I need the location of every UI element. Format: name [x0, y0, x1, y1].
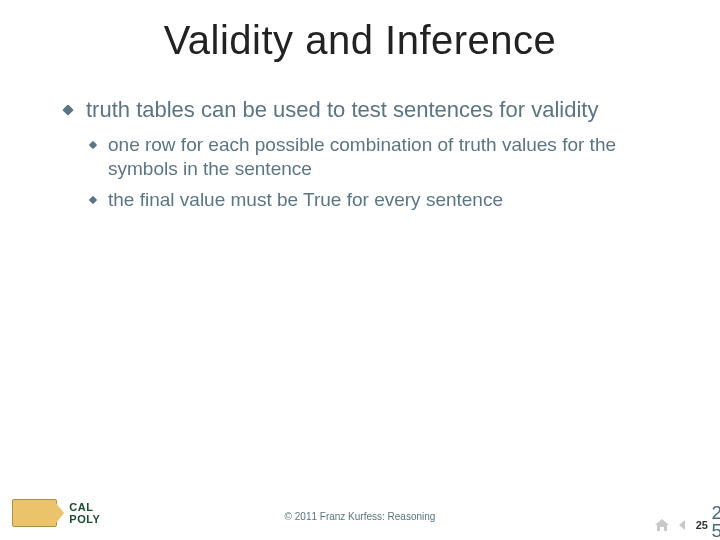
- slide: Validity and Inference truth tables can …: [0, 0, 720, 540]
- slide-body: truth tables can be used to test sentenc…: [64, 96, 660, 219]
- slide-title: Validity and Inference: [0, 18, 720, 63]
- bullet-text: the final value must be True for every s…: [108, 188, 503, 213]
- side-page-number: 2 5: [711, 504, 720, 540]
- bullet-text: truth tables can be used to test sentenc…: [86, 96, 598, 125]
- page-number: 25: [694, 519, 710, 531]
- bullet-level1: truth tables can be used to test sentenc…: [64, 96, 660, 125]
- bullet-level2: the final value must be True for every s…: [90, 188, 660, 213]
- sub-bullet-group: one row for each possible combination of…: [90, 133, 660, 213]
- prev-arrow-icon[interactable]: [676, 519, 688, 531]
- bullet-text: one row for each possible combination of…: [108, 133, 660, 182]
- diamond-bullet-icon: [89, 140, 97, 148]
- slide-nav: 25: [654, 518, 710, 532]
- copyright-text: © 2011 Franz Kurfess: Reasoning: [0, 511, 720, 522]
- diamond-bullet-icon: [89, 196, 97, 204]
- bullet-level2: one row for each possible combination of…: [90, 133, 660, 182]
- diamond-bullet-icon: [62, 104, 73, 115]
- side-num-bottom: 5: [711, 522, 720, 540]
- home-icon[interactable]: [654, 518, 670, 532]
